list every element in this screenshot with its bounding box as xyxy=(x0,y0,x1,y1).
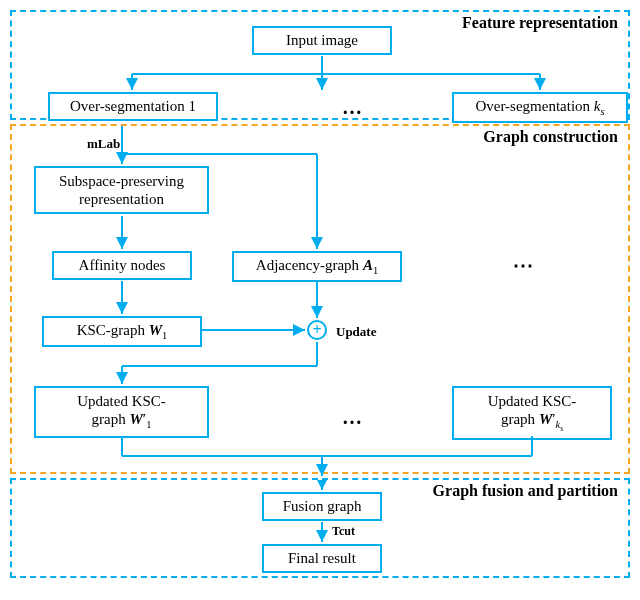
box-updated1-l1: Updated KSC- xyxy=(77,392,166,410)
box-overseg-ks: Over-segmentation ks xyxy=(452,92,628,123)
box-updated-ks: Updated KSC- graph W′ks xyxy=(452,386,612,440)
label-tcut: Tcut xyxy=(332,524,355,539)
box-fusion-graph: Fusion graph xyxy=(262,492,382,521)
box-final-label: Final result xyxy=(288,550,356,567)
dots-updated: … xyxy=(342,406,364,429)
box-kscgraph: KSC-graph W1 xyxy=(42,316,202,347)
box-overseg-1-label: Over-segmentation 1 xyxy=(70,98,196,115)
plus-icon: + xyxy=(307,320,327,340)
section-title-graph: Graph construction xyxy=(483,128,618,146)
label-update: Update xyxy=(336,324,376,340)
section-feature-representation: Feature representation Input image Over-… xyxy=(10,10,630,120)
box-overseg-1: Over-segmentation 1 xyxy=(48,92,218,121)
section-title-fusion: Graph fusion and partition xyxy=(433,482,618,500)
box-adjgraph: Adjacency-graph A1 xyxy=(232,251,402,282)
box-updated-1: Updated KSC- graph W′1 xyxy=(34,386,209,438)
box-kscgraph-label: KSC-graph W1 xyxy=(77,322,168,341)
section-title-feature: Feature representation xyxy=(462,14,618,32)
section-graph-construction: Graph construction mLab Subspace-preserv… xyxy=(10,124,630,474)
label-mlab: mLab xyxy=(87,136,120,152)
box-subspace-l2: representation xyxy=(79,190,164,208)
box-input-image-label: Input image xyxy=(286,32,358,49)
box-updatedks-l2: graph W′ks xyxy=(501,410,563,434)
box-overseg-ks-label: Over-segmentation ks xyxy=(475,98,604,117)
dots-overseg: … xyxy=(342,96,364,119)
box-subspace-l1: Subspace-preserving xyxy=(59,172,184,190)
section-fusion-partition: Graph fusion and partition Fusion graph … xyxy=(10,478,630,578)
dots-right: ⋮ xyxy=(512,256,536,278)
box-updatedks-l1: Updated KSC- xyxy=(488,392,577,410)
box-updated1-l2: graph W′1 xyxy=(92,410,152,432)
box-affinity: Affinity nodes xyxy=(52,251,192,280)
box-input-image: Input image xyxy=(252,26,392,55)
box-fusion-label: Fusion graph xyxy=(283,498,362,515)
box-subspace-rep: Subspace-preserving representation xyxy=(34,166,209,214)
box-final-result: Final result xyxy=(262,544,382,573)
box-adjgraph-label: Adjacency-graph A1 xyxy=(256,257,378,276)
box-affinity-label: Affinity nodes xyxy=(79,257,166,274)
